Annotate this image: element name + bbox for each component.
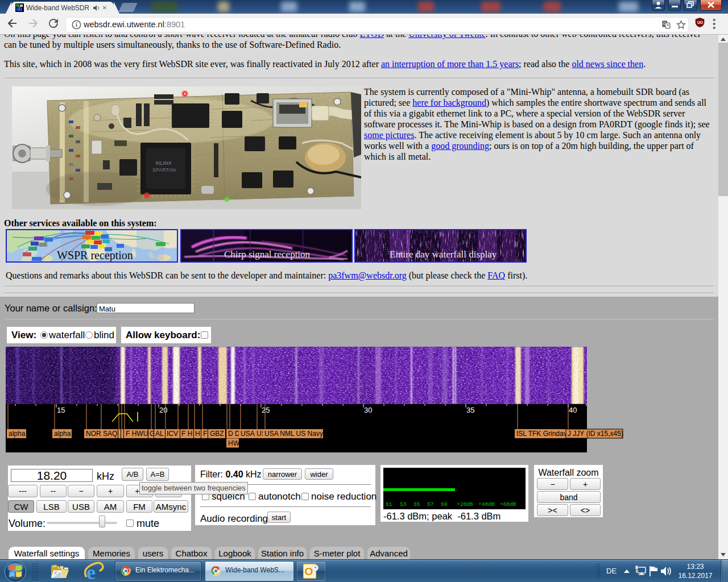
svg-text:GBZ: GBZ <box>210 430 224 438</box>
svg-text:WSPR reception: WSPR reception <box>57 249 133 261</box>
svg-text:SPARTAN: SPARTAN <box>152 167 176 173</box>
svg-text:SAQ: SAQ <box>103 430 117 438</box>
svg-text:XILINX: XILINX <box>155 160 172 166</box>
svg-text:AL: AL <box>155 430 164 438</box>
svg-text:USA: USA <box>241 430 255 438</box>
svg-text:Chirp signal reception: Chirp signal reception <box>224 249 311 260</box>
svg-text:G: G <box>150 430 155 438</box>
svg-text:alpha: alpha <box>9 430 26 438</box>
svg-text:D D: D D <box>228 430 240 438</box>
svg-text:15: 15 <box>57 406 65 414</box>
svg-text:ICV: ICV <box>167 430 178 438</box>
svg-text:25: 25 <box>262 406 270 414</box>
svg-text:UO: UO <box>697 20 703 24</box>
svg-text:35: 35 <box>466 406 474 414</box>
svg-text:F: F <box>203 430 207 438</box>
svg-text:30: 30 <box>364 406 372 414</box>
svg-text:F H: F H <box>181 430 192 438</box>
svg-text:F HWU: F HWU <box>126 430 148 438</box>
svg-text:20: 20 <box>159 406 167 414</box>
svg-text:ISL TFK Grindav: ISL TFK Grindav <box>516 430 567 438</box>
svg-text:G: G <box>663 22 667 26</box>
svg-text:HW: HW <box>228 439 240 447</box>
svg-text:USA NML US Navy: USA NML US Navy <box>264 430 323 438</box>
svg-text:NOR: NOR <box>86 430 101 438</box>
svg-text:H: H <box>195 430 200 438</box>
svg-text:alpha: alpha <box>54 430 71 438</box>
svg-text:40: 40 <box>569 406 577 414</box>
svg-text:Entire day waterfall display: Entire day waterfall display <box>390 249 497 260</box>
svg-text:J JJY (ID x15,x45): J JJY (ID x15,x45) <box>568 430 623 438</box>
